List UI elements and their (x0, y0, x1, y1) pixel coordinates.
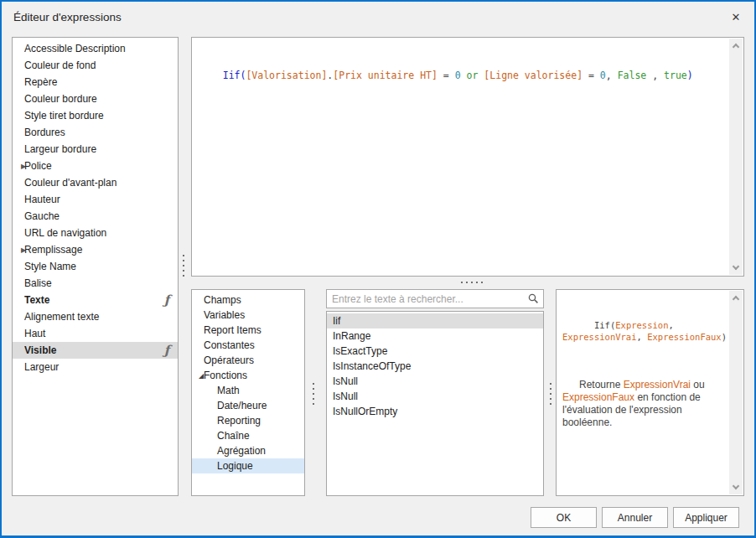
expand-arrow-icon[interactable]: ◢ (192, 372, 204, 380)
chevron-down-icon (733, 483, 739, 489)
category-label: Report Items (204, 324, 261, 336)
category-item[interactable]: Report Items (192, 323, 304, 338)
ok-button[interactable]: OK (531, 507, 597, 528)
scroll-down-button[interactable] (729, 481, 743, 494)
function-list-item[interactable]: InRange (327, 328, 543, 344)
function-name: IsNullOrEmpty (333, 406, 397, 417)
property-item[interactable]: Gauche (13, 208, 178, 225)
sidebar-splitter-handle[interactable] (182, 253, 185, 280)
property-item[interactable]: Couleur bordure (13, 91, 178, 107)
property-label: Bordures (24, 127, 159, 138)
property-label: Style Name (24, 261, 159, 272)
code-token: [Ligne valorisée] (484, 70, 583, 81)
function-list-item[interactable]: IsNull (327, 374, 543, 389)
property-item[interactable]: Accessible Description (13, 40, 178, 57)
property-item[interactable]: Texte ƒ (13, 292, 178, 308)
property-label: Alignement texte (24, 311, 159, 323)
code-token (461, 70, 467, 81)
code-token: False (618, 70, 647, 81)
property-item[interactable]: Repère (13, 74, 178, 91)
property-item[interactable]: Alignement texte (13, 308, 178, 325)
scroll-down-button[interactable] (729, 261, 743, 275)
category-label: Opérateurs (204, 354, 254, 366)
code-token: [Prix unitaire HT] (333, 70, 438, 81)
property-label: Balise (24, 277, 159, 289)
code-token: , (606, 70, 618, 81)
function-name: Iif (333, 315, 340, 327)
expand-arrow-icon[interactable]: ▶ (13, 246, 24, 254)
function-name: IsExactType (333, 345, 387, 357)
signature-token: , (637, 332, 648, 342)
property-item[interactable]: Balise (13, 275, 178, 292)
property-item[interactable]: Haut (13, 325, 178, 342)
category-label: Champs (204, 294, 241, 306)
category-item[interactable]: Variables (192, 308, 304, 323)
signature-token: ) (722, 332, 727, 342)
property-item[interactable]: Visible ƒ (13, 342, 178, 359)
function-list-item[interactable]: IsNull (327, 389, 543, 404)
category-item[interactable]: Agrégation (192, 443, 304, 458)
vertical-scrollbar[interactable] (729, 39, 743, 275)
tree-list-splitter-handle[interactable] (312, 381, 315, 408)
scroll-up-button[interactable] (729, 39, 743, 52)
property-item[interactable]: Couleur de fond (13, 57, 178, 74)
category-item[interactable]: ◢ Fonctions (192, 368, 304, 383)
function-list-item[interactable]: IsNullOrEmpty (327, 404, 543, 419)
close-button[interactable]: ✕ (722, 5, 749, 28)
expression-code-input[interactable]: Iif([Valorisation].[Prix unitaire HT] = … (192, 38, 729, 276)
property-label: Gauche (24, 210, 159, 222)
cancel-button[interactable]: Annuler (602, 507, 668, 528)
function-list-item[interactable]: IsExactType (327, 344, 543, 359)
category-item[interactable]: Logique (192, 458, 304, 473)
category-item[interactable]: Chaîne (192, 428, 304, 443)
property-label: Texte (24, 294, 159, 306)
property-label: Couleur bordure (24, 93, 159, 105)
scroll-up-button[interactable] (729, 291, 743, 304)
code-token: Iif( (223, 70, 246, 81)
property-item[interactable]: Style Name (13, 258, 178, 275)
property-item[interactable]: Hauteur (13, 191, 178, 208)
apply-button[interactable]: Appliquer (673, 507, 739, 528)
title-bar[interactable]: Éditeur d'expressions (2, 2, 754, 32)
property-item[interactable]: Bordures (13, 124, 178, 141)
horizontal-splitter-handle[interactable] (459, 281, 486, 284)
property-item[interactable]: ▶ Remplissage (13, 241, 178, 258)
function-list-item[interactable]: IsInstanceOfType (327, 359, 543, 374)
function-list-item[interactable]: Iif (327, 313, 543, 328)
description-token: ExpressionFaux (562, 391, 634, 403)
property-item[interactable]: URL de navigation (13, 225, 178, 241)
category-item[interactable]: Constantes (192, 338, 304, 353)
code-token: = (583, 70, 600, 81)
property-label: URL de navigation (24, 227, 159, 239)
property-item[interactable]: ▶ Police (13, 158, 178, 174)
expand-arrow-icon[interactable]: ▶ (13, 163, 24, 170)
category-item[interactable]: Reporting (192, 413, 304, 428)
search-icon (528, 293, 539, 304)
function-search-input[interactable] (327, 290, 523, 308)
category-label: Logique (217, 460, 253, 472)
property-label: Visible (24, 344, 159, 356)
description-token: ou (691, 379, 707, 391)
description-token: ExpressionVrai (624, 379, 691, 391)
description-token: Retourne (579, 379, 624, 391)
property-item[interactable]: Couleur d'avant-plan (13, 174, 178, 191)
property-item[interactable]: Style tiret bordure (13, 107, 178, 124)
expression-editor-panel: Iif([Valorisation].[Prix unitaire HT] = … (191, 37, 744, 277)
property-label: Repère (24, 76, 159, 88)
property-item[interactable]: Largeur (13, 359, 178, 375)
vertical-scrollbar[interactable] (729, 291, 743, 494)
function-signature: Iif(Expression, ExpressionVrai, Expressi… (562, 296, 728, 343)
category-item[interactable]: Opérateurs (192, 353, 304, 368)
category-label: Agrégation (217, 445, 266, 457)
category-label: Reporting (217, 415, 261, 427)
list-description-splitter-handle[interactable] (549, 381, 552, 408)
code-token: 0 (600, 70, 606, 81)
signature-token: , (668, 320, 679, 330)
property-item[interactable]: Largeur bordure (13, 141, 178, 158)
category-label: Variables (204, 309, 245, 321)
category-item[interactable]: Champs (192, 292, 304, 308)
category-item[interactable]: Math (192, 383, 304, 398)
search-button[interactable] (523, 290, 543, 308)
category-item[interactable]: Date/heure (192, 398, 304, 413)
function-name: InRange (333, 330, 370, 342)
